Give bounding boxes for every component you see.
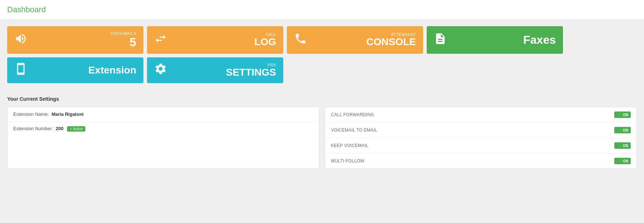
call-forwarding-label: CALL FORWARDING (331, 112, 611, 117)
voicemail-to-email-toggle[interactable]: ON (614, 127, 631, 133)
settings-section: Your Current Settings Extension Name: Ma… (0, 90, 644, 175)
extension-name-value: Maria Rigatoni (52, 112, 84, 117)
voicemail-to-email-label: VOICEMAIL TO EMAIL (331, 128, 611, 133)
document-icon (434, 32, 447, 48)
voicemail-to-email-row: VOICEMAIL TO EMAIL ON (325, 123, 636, 138)
multi-follow-label: MULTI-FOLLOW (331, 158, 611, 163)
voicemails-tile[interactable]: VOICEMAILS 5 (7, 26, 143, 54)
active-badge: Active (67, 126, 85, 132)
keep-voicemail-label: KEEP VOICEMAIL (331, 143, 611, 148)
pbx-main: SETTINGS (226, 67, 276, 78)
extension-name-label: Extension Name: (13, 112, 49, 117)
tiles-row-2: Extension PBX SETTINGS (7, 57, 637, 83)
phone-icon (294, 32, 307, 48)
call-log-tile[interactable]: CALL LOG (147, 26, 283, 54)
keep-voicemail-row: KEEP VOICEMAIL ON (325, 138, 636, 153)
voicemails-count: 5 (110, 35, 136, 49)
keep-voicemail-toggle[interactable]: ON (614, 142, 631, 149)
speaker-icon (14, 32, 27, 48)
top-bar: Dashboard (0, 0, 644, 20)
call-forwarding-row: CALL FORWARDING ON (325, 107, 636, 123)
settings-grid: Extension Name: Maria Rigatoni Extension… (7, 107, 637, 169)
extension-number-label: Extension Number: (13, 126, 53, 131)
extension-tile-text: Extension (88, 65, 136, 76)
faxes-tile-text: Faxes (523, 34, 556, 46)
attendant-console-tile-text: ATTENDANT CONSOLE (366, 32, 416, 48)
page-title: Dashboard (7, 5, 637, 14)
extension-number-value: 200 (56, 126, 63, 131)
settings-left-panel: Extension Name: Maria Rigatoni Extension… (7, 107, 319, 169)
call-forwarding-toggle[interactable]: ON (614, 112, 631, 118)
extension-main: Extension (88, 65, 136, 76)
multi-follow-toggle[interactable]: ON (614, 158, 631, 164)
settings-section-title: Your Current Settings (7, 96, 637, 102)
pbx-settings-tile-text: PBX SETTINGS (226, 63, 276, 78)
faxes-main: Faxes (523, 34, 556, 46)
attendant-main: CONSOLE (366, 37, 416, 48)
tiles-section: VOICEMAILS 5 CALL LOG (0, 20, 644, 90)
pbx-settings-tile[interactable]: PBX SETTINGS (147, 57, 283, 83)
faxes-tile[interactable]: Faxes (427, 26, 563, 54)
call-log-tile-text: CALL LOG (254, 32, 276, 48)
tiles-row-1: VOICEMAILS 5 CALL LOG (7, 26, 637, 54)
arrows-icon (154, 32, 167, 48)
voicemails-tile-text: VOICEMAILS 5 (110, 31, 136, 49)
attendant-console-tile[interactable]: ATTENDANT CONSOLE (287, 26, 423, 54)
extension-tile[interactable]: Extension (7, 57, 143, 83)
extension-name-row: Extension Name: Maria Rigatoni (8, 107, 319, 122)
extension-number-row: Extension Number: 200 Active (8, 122, 319, 136)
mobile-icon (14, 62, 27, 78)
gear-icon (154, 62, 167, 78)
settings-right-panel: CALL FORWARDING ON VOICEMAIL TO EMAIL ON… (325, 107, 637, 169)
call-log-main: LOG (254, 37, 276, 48)
multi-follow-row: MULTI-FOLLOW ON (325, 153, 636, 169)
